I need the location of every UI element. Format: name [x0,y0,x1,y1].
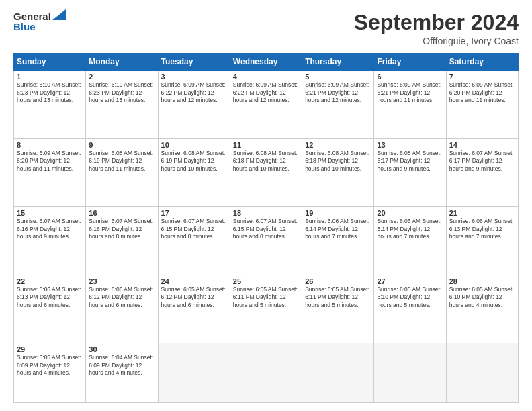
day-info: Sunrise: 6:05 AM Sunset: 6:10 PM Dayligh… [377,286,443,309]
day-number: 12 [305,141,371,149]
col-friday: Friday [374,54,446,71]
day-number: 14 [449,141,515,149]
table-row: 10Sunrise: 6:08 AM Sunset: 6:19 PM Dayli… [158,138,230,207]
svg-marker-0 [52,9,66,20]
day-info: Sunrise: 6:09 AM Sunset: 6:21 PM Dayligh… [305,81,371,104]
day-number: 19 [305,209,371,217]
table-row: 9Sunrise: 6:08 AM Sunset: 6:19 PM Daylig… [86,138,158,207]
day-info: Sunrise: 6:08 AM Sunset: 6:17 PM Dayligh… [377,150,443,173]
day-number: 11 [233,141,299,149]
day-info: Sunrise: 6:08 AM Sunset: 6:19 PM Dayligh… [161,150,227,173]
table-row: 28Sunrise: 6:05 AM Sunset: 6:10 PM Dayli… [446,275,518,343]
table-row: 29Sunrise: 6:05 AM Sunset: 6:09 PM Dayli… [14,343,86,403]
day-info: Sunrise: 6:05 AM Sunset: 6:09 PM Dayligh… [17,354,83,377]
day-info: Sunrise: 6:05 AM Sunset: 6:11 PM Dayligh… [305,286,371,309]
logo: General Blue [13,11,66,33]
table-row: 27Sunrise: 6:05 AM Sunset: 6:10 PM Dayli… [374,275,446,343]
day-info: Sunrise: 6:06 AM Sunset: 6:12 PM Dayligh… [89,286,154,309]
week-row: 29Sunrise: 6:05 AM Sunset: 6:09 PM Dayli… [14,343,519,403]
week-row: 15Sunrise: 6:07 AM Sunset: 6:16 PM Dayli… [14,207,519,275]
day-info: Sunrise: 6:08 AM Sunset: 6:18 PM Dayligh… [305,150,371,173]
table-row: 7Sunrise: 6:09 AM Sunset: 6:20 PM Daylig… [446,71,518,139]
week-row: 1Sunrise: 6:10 AM Sunset: 6:23 PM Daylig… [14,71,519,139]
table-row: 6Sunrise: 6:09 AM Sunset: 6:21 PM Daylig… [374,71,446,139]
day-number: 7 [449,73,515,81]
day-number: 16 [89,209,154,217]
table-row: 30Sunrise: 6:04 AM Sunset: 6:09 PM Dayli… [86,343,158,403]
col-monday: Monday [86,54,158,71]
day-info: Sunrise: 6:08 AM Sunset: 6:18 PM Dayligh… [233,150,299,173]
table-row [302,343,374,403]
header: General Blue September 2024 Offforiguie,… [13,11,519,46]
day-info: Sunrise: 6:07 AM Sunset: 6:16 PM Dayligh… [89,218,154,240]
day-info: Sunrise: 6:09 AM Sunset: 6:21 PM Dayligh… [377,81,443,104]
col-sunday: Sunday [14,54,86,71]
day-info: Sunrise: 6:07 AM Sunset: 6:16 PM Dayligh… [17,218,83,240]
day-number: 18 [233,209,299,217]
table-row: 25Sunrise: 6:05 AM Sunset: 6:11 PM Dayli… [230,275,302,343]
table-row: 13Sunrise: 6:08 AM Sunset: 6:17 PM Dayli… [374,138,446,207]
day-number: 15 [17,209,83,217]
table-row [158,343,230,403]
table-row: 2Sunrise: 6:10 AM Sunset: 6:23 PM Daylig… [86,71,158,139]
table-row: 26Sunrise: 6:05 AM Sunset: 6:11 PM Dayli… [302,275,374,343]
day-info: Sunrise: 6:07 AM Sunset: 6:15 PM Dayligh… [233,218,299,240]
day-info: Sunrise: 6:05 AM Sunset: 6:12 PM Dayligh… [161,286,227,309]
day-info: Sunrise: 6:05 AM Sunset: 6:11 PM Dayligh… [233,286,299,309]
day-number: 5 [305,73,371,81]
table-row: 19Sunrise: 6:06 AM Sunset: 6:14 PM Dayli… [302,207,374,275]
table-row: 18Sunrise: 6:07 AM Sunset: 6:15 PM Dayli… [230,207,302,275]
day-number: 28 [449,277,515,285]
day-number: 30 [89,345,154,353]
col-wednesday: Wednesday [230,54,302,71]
month-title: September 2024 [354,11,519,34]
day-number: 10 [161,141,227,149]
day-info: Sunrise: 6:09 AM Sunset: 6:20 PM Dayligh… [449,81,515,104]
calendar: Sunday Monday Tuesday Wednesday Thursday… [13,53,519,403]
day-info: Sunrise: 6:05 AM Sunset: 6:10 PM Dayligh… [449,286,515,309]
table-row: 24Sunrise: 6:05 AM Sunset: 6:12 PM Dayli… [158,275,230,343]
col-saturday: Saturday [446,54,518,71]
table-row [446,343,518,403]
day-info: Sunrise: 6:09 AM Sunset: 6:20 PM Dayligh… [17,150,83,173]
page: General Blue September 2024 Offforiguie,… [0,0,532,411]
day-number: 17 [161,209,227,217]
header-row: Sunday Monday Tuesday Wednesday Thursday… [14,54,519,71]
day-info: Sunrise: 6:10 AM Sunset: 6:23 PM Dayligh… [89,81,154,104]
table-row [374,343,446,403]
col-tuesday: Tuesday [158,54,230,71]
day-info: Sunrise: 6:06 AM Sunset: 6:14 PM Dayligh… [377,218,443,240]
table-row: 5Sunrise: 6:09 AM Sunset: 6:21 PM Daylig… [302,71,374,139]
table-row: 21Sunrise: 6:06 AM Sunset: 6:13 PM Dayli… [446,207,518,275]
day-info: Sunrise: 6:04 AM Sunset: 6:09 PM Dayligh… [89,354,154,377]
table-row: 15Sunrise: 6:07 AM Sunset: 6:16 PM Dayli… [14,207,86,275]
day-number: 29 [17,345,83,353]
table-row: 1Sunrise: 6:10 AM Sunset: 6:23 PM Daylig… [14,71,86,139]
day-number: 25 [233,277,299,285]
table-row: 17Sunrise: 6:07 AM Sunset: 6:15 PM Dayli… [158,207,230,275]
table-row [230,343,302,403]
day-number: 8 [17,141,83,149]
table-row: 4Sunrise: 6:09 AM Sunset: 6:22 PM Daylig… [230,71,302,139]
day-info: Sunrise: 6:10 AM Sunset: 6:23 PM Dayligh… [17,81,83,104]
day-number: 20 [377,209,443,217]
table-row: 14Sunrise: 6:07 AM Sunset: 6:17 PM Dayli… [446,138,518,207]
day-info: Sunrise: 6:09 AM Sunset: 6:22 PM Dayligh… [161,81,227,104]
day-number: 26 [305,277,371,285]
table-row: 12Sunrise: 6:08 AM Sunset: 6:18 PM Dayli… [302,138,374,207]
day-number: 13 [377,141,443,149]
day-info: Sunrise: 6:08 AM Sunset: 6:19 PM Dayligh… [89,150,154,173]
week-row: 22Sunrise: 6:06 AM Sunset: 6:13 PM Dayli… [14,275,519,343]
day-number: 23 [89,277,154,285]
day-number: 22 [17,277,83,285]
day-info: Sunrise: 6:06 AM Sunset: 6:13 PM Dayligh… [17,286,83,309]
day-number: 3 [161,73,227,81]
table-row: 8Sunrise: 6:09 AM Sunset: 6:20 PM Daylig… [14,138,86,207]
col-thursday: Thursday [302,54,374,71]
title-block: September 2024 Offforiguie, Ivory Coast [354,11,519,46]
table-row: 3Sunrise: 6:09 AM Sunset: 6:22 PM Daylig… [158,71,230,139]
day-number: 1 [17,73,83,81]
table-row: 20Sunrise: 6:06 AM Sunset: 6:14 PM Dayli… [374,207,446,275]
table-row: 23Sunrise: 6:06 AM Sunset: 6:12 PM Dayli… [86,275,158,343]
day-number: 2 [89,73,154,81]
